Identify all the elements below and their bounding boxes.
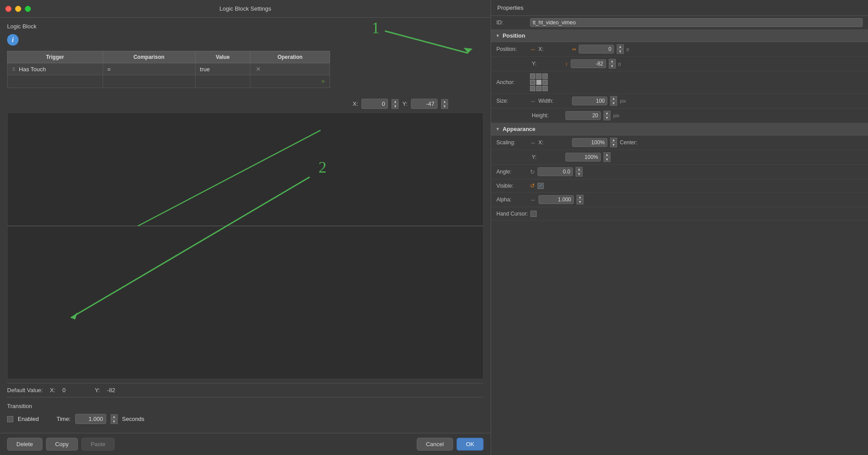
pos-x-icon: ⇔: [572, 46, 576, 52]
info-icon: i: [7, 34, 19, 46]
animation-canvas: [7, 112, 484, 379]
time-input[interactable]: [75, 414, 106, 424]
close-button[interactable]: [5, 6, 12, 12]
scaling-x-up[interactable]: ▲: [610, 138, 617, 143]
anchor-bm[interactable]: [536, 86, 542, 91]
enabled-checkbox[interactable]: [7, 416, 13, 422]
pos-y-stepper[interactable]: ▲ ▼: [609, 59, 616, 69]
scaling-y-down[interactable]: ▼: [603, 157, 611, 162]
size-link-icon[interactable]: ↔: [530, 98, 536, 104]
width-up[interactable]: ▲: [610, 96, 617, 101]
width-stepper[interactable]: ▲ ▼: [610, 96, 617, 106]
time-stepper[interactable]: ▲ ▼: [111, 414, 118, 424]
alpha-up[interactable]: ▲: [576, 195, 584, 200]
row-delete-button[interactable]: ✕: [255, 66, 262, 73]
height-down[interactable]: ▼: [603, 116, 611, 120]
maximize-button[interactable]: [25, 6, 31, 12]
hand-cursor-checkbox[interactable]: [530, 211, 537, 217]
anchor-tr[interactable]: [542, 73, 548, 79]
copy-button[interactable]: Copy: [46, 438, 78, 451]
height-up[interactable]: ▲: [603, 111, 611, 116]
position-link-icon[interactable]: ↔: [530, 46, 536, 53]
y-stepper-down[interactable]: ▼: [441, 104, 448, 109]
operation-cell[interactable]: ✕: [250, 63, 330, 75]
anchor-mr[interactable]: [542, 80, 548, 85]
angle-up[interactable]: ▲: [576, 167, 583, 172]
alpha-link-icon[interactable]: ↔: [530, 197, 536, 203]
empty-trigger: [8, 75, 103, 88]
cancel-button[interactable]: Cancel: [417, 438, 453, 451]
x-stepper[interactable]: ▲ ▼: [392, 99, 399, 109]
anchor-ml[interactable]: [530, 80, 535, 85]
width-down[interactable]: ▼: [610, 101, 617, 106]
conditions-table: Trigger Comparison Value Operation ⠿ Has…: [7, 51, 330, 88]
anchor-row: Anchor:: [491, 71, 868, 94]
anchor-br[interactable]: [542, 86, 548, 91]
appearance-section-header[interactable]: ▼ Appearance: [491, 123, 868, 135]
alpha-down[interactable]: ▼: [576, 200, 584, 204]
angle-input[interactable]: [538, 167, 573, 176]
empty-value: [195, 75, 250, 88]
angle-stepper[interactable]: ▲ ▼: [576, 167, 583, 177]
time-stepper-up[interactable]: ▲: [111, 414, 118, 419]
title-bar: Logic Block Settings: [0, 0, 491, 18]
x-stepper-down[interactable]: ▼: [392, 104, 399, 109]
row-handle[interactable]: ⠿: [12, 67, 17, 73]
angle-label: Angle:: [496, 169, 527, 175]
pos-y-unit: p: [618, 61, 626, 66]
properties-title: Properties: [491, 0, 868, 16]
id-input[interactable]: [530, 18, 863, 27]
id-label: ID:: [496, 19, 527, 26]
y-stepper-up[interactable]: ▲: [441, 99, 448, 104]
dialog-title: Logic Block Settings: [219, 5, 271, 12]
angle-down[interactable]: ▼: [576, 172, 583, 177]
anchor-tm[interactable]: [536, 73, 542, 79]
pos-x-down[interactable]: ▼: [617, 49, 624, 54]
scaling-y-stepper[interactable]: ▲ ▼: [603, 152, 611, 162]
delete-button[interactable]: Delete: [7, 438, 42, 451]
row-add-icon[interactable]: +: [321, 77, 325, 85]
visible-checkbox[interactable]: [538, 183, 544, 189]
height-input[interactable]: [565, 111, 601, 120]
pos-y-up[interactable]: ▲: [609, 59, 616, 64]
logic-block-label: Logic Block: [7, 23, 484, 30]
x-stepper-up[interactable]: ▲: [392, 99, 399, 104]
center-label: Center:: [620, 139, 651, 146]
height-stepper[interactable]: ▲ ▼: [603, 111, 611, 120]
pos-x-input[interactable]: [579, 45, 614, 54]
position-section-header[interactable]: ▼ Position: [491, 30, 868, 42]
ok-button[interactable]: OK: [457, 438, 484, 451]
scaling-y-row: Y: ▲ ▼: [491, 150, 868, 165]
anchor-bl[interactable]: [530, 86, 535, 91]
pos-x-stepper[interactable]: ▲ ▼: [617, 44, 624, 54]
alpha-input[interactable]: [538, 195, 574, 204]
angle-link-icon[interactable]: ↻: [530, 169, 535, 175]
scaling-x-down[interactable]: ▼: [610, 143, 617, 147]
scaling-label: Scaling:: [496, 139, 527, 146]
anchor-grid[interactable]: [530, 73, 548, 91]
empty-row: +: [8, 75, 330, 88]
scaling-x-stepper[interactable]: ▲ ▼: [610, 138, 617, 147]
y-stepper[interactable]: ▲ ▼: [441, 99, 448, 109]
minimize-button[interactable]: [15, 6, 21, 12]
time-stepper-down[interactable]: ▼: [111, 419, 118, 424]
scaling-y-input[interactable]: [565, 153, 601, 162]
trigger-value: Has Touch: [19, 66, 46, 73]
default-value-row: Default Value: X: 0 Y: -82: [7, 383, 484, 397]
width-input[interactable]: [572, 96, 607, 105]
scaling-x-input[interactable]: [572, 138, 607, 147]
pos-y-down[interactable]: ▼: [609, 64, 616, 69]
pos-x-up[interactable]: ▲: [617, 44, 624, 49]
visible-link-icon[interactable]: ↺: [530, 182, 535, 189]
anchor-mm[interactable]: [536, 80, 542, 85]
y-input[interactable]: [411, 99, 438, 109]
alpha-stepper[interactable]: ▲ ▼: [576, 195, 584, 204]
scaling-row: Scaling: ↔ X: ▲ ▼ Center:: [491, 135, 868, 150]
pos-y-input[interactable]: [571, 59, 606, 68]
paste-button[interactable]: Paste: [81, 438, 115, 451]
scaling-link-icon[interactable]: ↔: [530, 139, 536, 146]
anchor-tl[interactable]: [530, 73, 535, 79]
col-trigger: Trigger: [8, 51, 103, 63]
scaling-y-up[interactable]: ▲: [603, 152, 611, 157]
x-input[interactable]: [361, 99, 388, 109]
